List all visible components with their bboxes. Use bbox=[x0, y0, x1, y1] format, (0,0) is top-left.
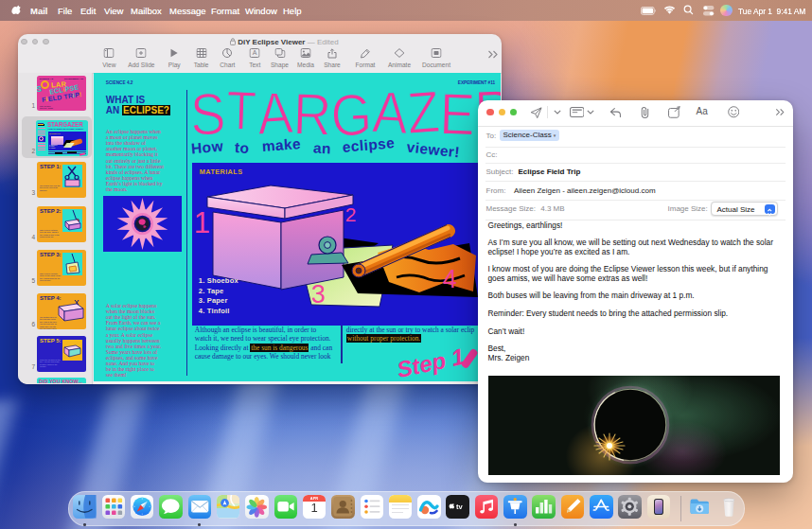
svg-text:A: A bbox=[253, 49, 257, 56]
svg-text:tv: tv bbox=[456, 503, 463, 511]
